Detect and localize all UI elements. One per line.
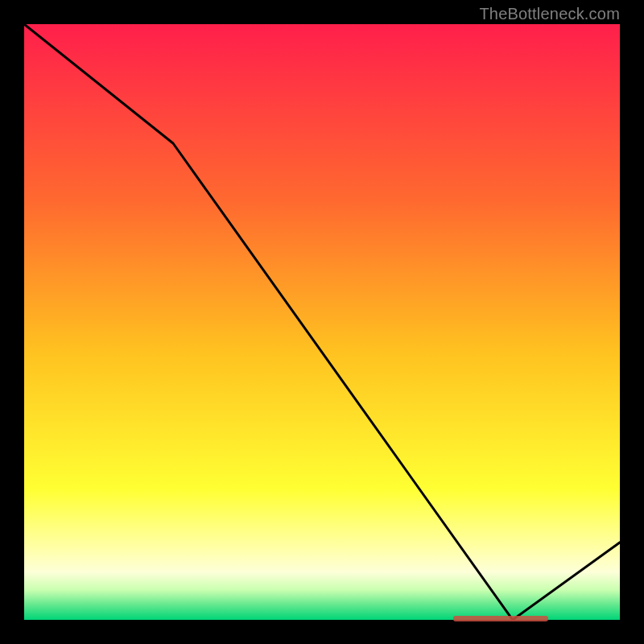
attribution-text: TheBottleneck.com: [479, 5, 620, 23]
chart-frame: TheBottleneck.com: [0, 0, 644, 644]
plot-area: [24, 24, 620, 620]
gradient-background: [24, 24, 620, 620]
optimal-range-marker: [453, 616, 548, 621]
chart-svg: [24, 24, 620, 620]
